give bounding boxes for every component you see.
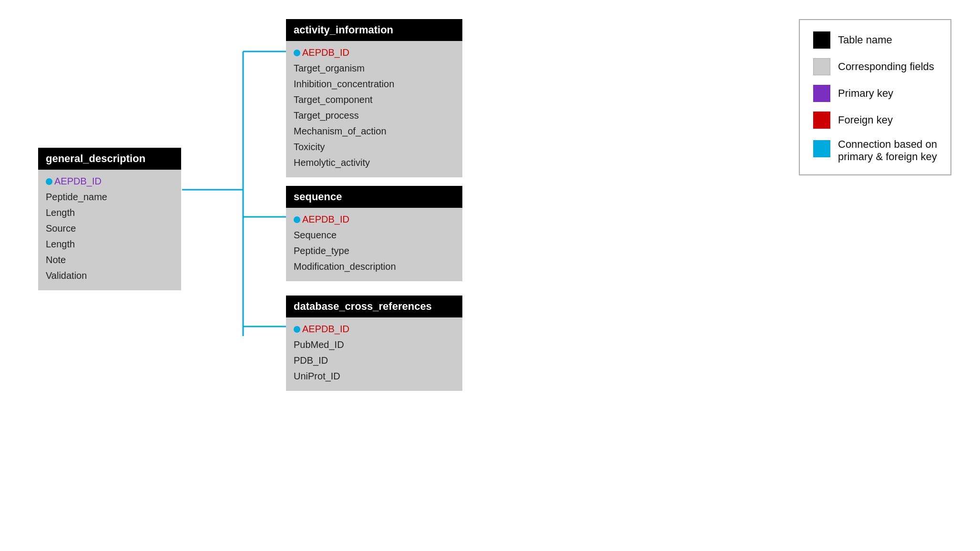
field-activity-hemolytic: Hemolytic_activity [294,155,455,171]
table-header-sequence: sequence [286,186,462,208]
legend-item-foreign-key: Foreign key [813,112,937,129]
field-activity-target-component: Target_component [294,92,455,108]
legend: Table name Corresponding fields Primary … [799,19,951,175]
connector-dot-activity [294,50,300,56]
field-dbcross-aepdb-id: AEPDB_ID [294,321,455,337]
legend-swatch-red [813,112,830,129]
field-general-source: Source [46,221,174,236]
legend-label-primary-key: Primary key [838,87,893,100]
field-sequence-peptide-type: Peptide_type [294,243,455,259]
table-sequence: sequence AEPDB_ID Sequence Peptide_type … [286,186,462,281]
legend-item-connection: Connection based on primary & foreign ke… [813,138,937,163]
connector-dot-general [46,178,52,185]
field-dbcross-uniprot: UniProt_ID [294,368,455,384]
legend-swatch-purple [813,85,830,102]
connector-dot-sequence [294,216,300,223]
field-activity-target-process: Target_process [294,108,455,123]
field-general-aepdb-id: AEPDB_ID [46,173,174,189]
table-body-activity: AEPDB_ID Target_organism Inhibition_conc… [286,41,462,177]
legend-label-connection: Connection based on primary & foreign ke… [838,138,937,163]
legend-swatch-blue [813,140,830,157]
field-sequence-aepdb-id: AEPDB_ID [294,212,455,227]
field-general-peptide-name: Peptide_name [46,189,174,205]
field-general-validation: Validation [46,268,174,284]
table-header-general-description: general_description [38,148,181,170]
legend-item-primary-key: Primary key [813,85,937,102]
table-header-activity: activity_information [286,19,462,41]
legend-item-corresponding-fields: Corresponding fields [813,58,937,75]
legend-swatch-gray [813,58,830,75]
legend-label-foreign-key: Foreign key [838,114,893,126]
legend-item-table-name: Table name [813,31,937,49]
table-general-description: general_description AEPDB_ID Peptide_nam… [38,148,181,290]
table-header-db-cross: database_cross_references [286,296,462,317]
field-activity-toxicity: Toxicity [294,139,455,155]
field-activity-mechanism: Mechanism_of_action [294,123,455,139]
field-dbcross-pubmed: PubMed_ID [294,337,455,353]
field-activity-inhibition: Inhibition_concentration [294,76,455,92]
field-activity-target-organism: Target_organism [294,61,455,76]
legend-swatch-black [813,31,830,49]
field-general-note: Note [46,252,174,268]
field-general-length2: Length [46,236,174,252]
field-sequence-sequence: Sequence [294,227,455,243]
diagram-container: general_description AEPDB_ID Peptide_nam… [0,0,980,551]
table-database-cross-references: database_cross_references AEPDB_ID PubMe… [286,296,462,391]
legend-label-table-name: Table name [838,34,892,46]
field-sequence-modification: Modification_description [294,259,455,275]
table-body-db-cross: AEPDB_ID PubMed_ID PDB_ID UniProt_ID [286,317,462,391]
field-general-length1: Length [46,205,174,221]
legend-label-corresponding-fields: Corresponding fields [838,61,934,73]
connector-dot-dbcross [294,326,300,333]
field-dbcross-pdb: PDB_ID [294,353,455,368]
table-body-sequence: AEPDB_ID Sequence Peptide_type Modificat… [286,208,462,281]
table-activity-information: activity_information AEPDB_ID Target_org… [286,19,462,177]
field-activity-aepdb-id: AEPDB_ID [294,45,455,61]
table-body-general-description: AEPDB_ID Peptide_name Length Source Leng… [38,170,181,290]
